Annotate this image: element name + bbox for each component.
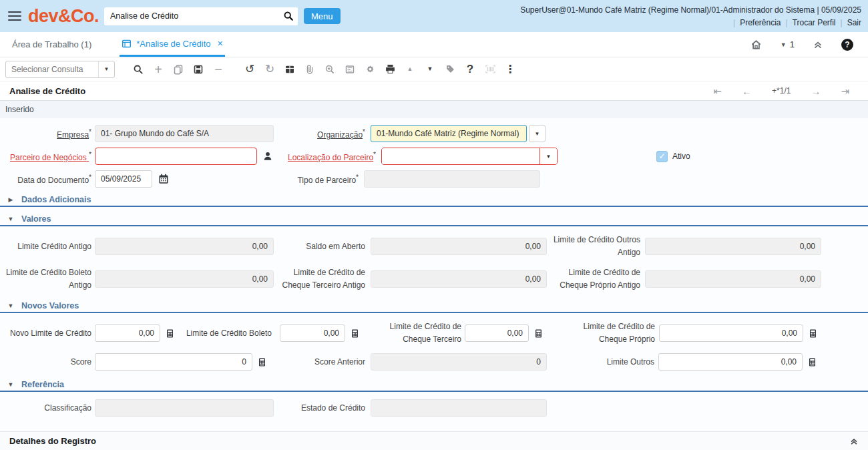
localizacao-field-group: ▼ <box>381 148 558 165</box>
section-dados-adicionais[interactable]: ▶ Dados Adicionais <box>0 193 868 207</box>
save-icon[interactable] <box>188 60 208 79</box>
section-novos-valores[interactable]: ▼ Novos Valores <box>0 299 868 313</box>
saldo-em-aberto-field[interactable] <box>371 238 547 255</box>
collapse-panel-icon[interactable]: ▲ <box>400 60 420 79</box>
top-header: dev&Co. Menu SuperUser@01-Mundo Café Mat… <box>0 0 868 32</box>
section-valores[interactable]: ▼ Valores <box>0 212 868 226</box>
calendar-icon[interactable] <box>158 173 170 185</box>
expand-panel-icon[interactable]: ▼ <box>420 60 440 79</box>
limite-credito-antigo-label: Limite Crédito Antigo <box>5 240 91 253</box>
select-query-combobox[interactable]: ▼ <box>5 61 115 78</box>
label-tag-icon[interactable] <box>440 60 460 79</box>
organizacao-dropdown-button[interactable]: ▼ <box>529 125 546 142</box>
calculator-icon[interactable] <box>808 328 818 339</box>
parceiro-field[interactable] <box>95 148 257 165</box>
calculator-icon[interactable] <box>257 357 267 367</box>
localizacao-field[interactable] <box>382 148 539 164</box>
form-row: Limite de Crédito Boleto Antigo Limite d… <box>0 266 868 292</box>
organizacao-field[interactable] <box>371 125 527 142</box>
refresh-icon[interactable]: ↻ <box>260 60 280 79</box>
search-icon <box>283 11 294 21</box>
data-documento-label: Data do Documento* <box>5 171 91 187</box>
home-icon[interactable] <box>750 38 763 51</box>
data-documento-field[interactable] <box>95 170 152 188</box>
tab-area-de-trabalho[interactable]: Área de Trabalho (1) <box>9 32 94 57</box>
expand-details-icon[interactable] <box>849 437 859 446</box>
limite-cheque-terceiro-field[interactable] <box>465 324 529 342</box>
zoom-across-icon[interactable] <box>320 60 340 79</box>
localizacao-dropdown-button[interactable]: ▼ <box>539 148 557 164</box>
score-field[interactable] <box>95 353 252 371</box>
limite-cheque-terceiro-antigo-label: Limite de Crédito de Cheque Terceiro Ant… <box>278 266 365 292</box>
global-search-button[interactable] <box>279 7 298 25</box>
tipo-parceiro-field[interactable] <box>364 170 540 188</box>
more-options-icon[interactable]: ⋮ <box>500 60 520 79</box>
record-details-bar[interactable]: Detalhes do Registro <box>0 431 868 450</box>
tab-analise-de-credito[interactable]: *Analise de Crédito × <box>120 32 224 57</box>
delete-record-icon[interactable]: − <box>208 60 228 79</box>
ativo-checkbox[interactable]: ✓ <box>656 151 668 162</box>
first-record-icon[interactable]: ⇤ <box>713 86 722 96</box>
limite-cheque-proprio-label: Limite de Crédito de Cheque Próprio <box>570 320 655 346</box>
trocar-perfil-link[interactable]: Trocar Perfil <box>793 18 836 27</box>
help-question-icon[interactable]: ? <box>460 60 480 79</box>
limite-credito-antigo-field[interactable] <box>95 238 274 255</box>
calculator-icon[interactable] <box>807 357 817 367</box>
chevron-down-icon: ▼ <box>535 131 540 137</box>
limite-outros-antigo-field[interactable] <box>645 238 821 255</box>
novo-limite-field[interactable] <box>95 324 160 342</box>
limite-cheque-proprio-antigo-field[interactable] <box>645 270 821 288</box>
help-icon[interactable]: ? <box>841 39 853 51</box>
limite-boleto-field[interactable] <box>280 324 345 342</box>
select-query-input[interactable] <box>6 65 98 74</box>
classificacao-field[interactable] <box>95 399 274 417</box>
form-row: Parceiro de Negócios * Localização do Pa… <box>0 148 868 165</box>
previous-record-icon[interactable]: ← <box>742 86 752 96</box>
estado-credito-field[interactable] <box>371 399 547 417</box>
attachment-icon[interactable] <box>300 60 320 79</box>
print-icon[interactable] <box>380 60 400 79</box>
triangle-down-icon: ▼ <box>0 381 21 388</box>
user-context-text: SuperUser@01-Mundo Café Matriz (Regime N… <box>520 5 861 15</box>
empresa-label: Empresa* <box>5 126 91 142</box>
record-navigation: ⇤ ← +*1/1 → ⇥ <box>713 86 859 96</box>
grid-toggle-icon[interactable] <box>280 60 300 79</box>
report-icon[interactable] <box>340 60 360 79</box>
limite-cheque-terceiro-label: Limite de Crédito de Cheque Terceiro <box>375 320 461 346</box>
hamburger-menu-icon[interactable] <box>8 11 21 21</box>
limite-boleto-antigo-label: Limite de Crédito Boleto Antigo <box>5 266 91 292</box>
novo-limite-label: Novo Limite de Crédito <box>5 327 91 340</box>
close-tab-icon[interactable]: × <box>218 38 223 49</box>
score-anterior-field[interactable] <box>371 353 547 371</box>
chevron-down-icon[interactable]: ▼ <box>98 61 114 77</box>
record-title-row: Analise de Crédito ⇤ ← +*1/1 → ⇥ <box>0 81 868 101</box>
collapse-all-icon[interactable] <box>813 39 823 50</box>
section-referencia[interactable]: ▼ Referência <box>0 378 868 392</box>
tab-label: *Analise de Crédito <box>136 39 210 49</box>
limite-cheque-terceiro-antigo-field[interactable] <box>371 270 547 288</box>
global-search-input[interactable] <box>104 11 279 21</box>
calculator-icon[interactable] <box>165 328 175 339</box>
new-record-icon[interactable]: + <box>148 60 168 79</box>
find-record-icon[interactable] <box>128 60 148 79</box>
next-record-icon[interactable]: → <box>811 86 821 96</box>
last-record-icon[interactable]: ⇥ <box>841 86 849 96</box>
business-partner-icon[interactable] <box>262 151 273 162</box>
sair-link[interactable]: Sair <box>847 18 861 27</box>
menu-button[interactable]: Menu <box>304 8 341 24</box>
window-count: 1 <box>790 39 795 49</box>
barcode-scan-icon[interactable] <box>480 60 500 79</box>
limite-boleto-antigo-field[interactable] <box>95 270 274 288</box>
empresa-field[interactable] <box>95 125 274 142</box>
limite-cheque-proprio-field[interactable] <box>659 324 803 342</box>
copy-record-icon[interactable] <box>168 60 188 79</box>
undo-icon[interactable]: ↺ <box>240 60 260 79</box>
customize-gear-icon[interactable] <box>360 60 380 79</box>
calculator-icon[interactable] <box>350 328 360 339</box>
calculator-icon[interactable] <box>533 328 544 339</box>
form-area: Empresa* Organização* ▼ Parceiro de Negó… <box>0 118 868 417</box>
score-anterior-label: Score Anterior <box>267 356 365 369</box>
window-count-dropdown[interactable]: ▼ 1 <box>781 39 795 49</box>
preferencia-link[interactable]: Preferência <box>740 18 781 27</box>
limite-outros-field[interactable] <box>658 353 803 371</box>
